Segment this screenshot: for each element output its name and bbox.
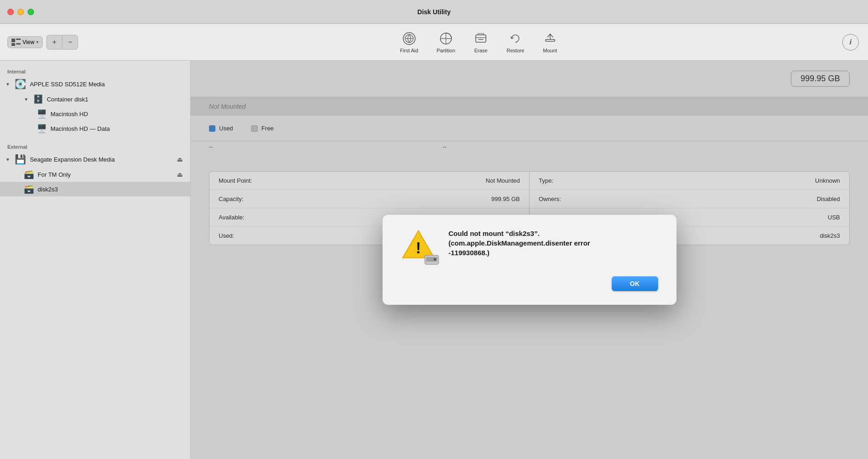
- svg-rect-0: [11, 39, 15, 42]
- restore-button[interactable]: Restore: [497, 28, 534, 56]
- toolbar-left: View ▾ + −: [7, 35, 78, 50]
- first-aid-label: First Aid: [400, 48, 418, 53]
- eject-icon: ⏏: [177, 171, 183, 178]
- erase-button[interactable]: Erase: [464, 28, 497, 56]
- sidebar-item-apple-ssd[interactable]: ▼ 💽 APPLE SSD SD512E Media: [0, 76, 190, 92]
- volume-icon: 🖥️: [37, 123, 47, 134]
- partition-button[interactable]: Partition: [428, 28, 464, 56]
- toolbar: View ▾ + − First Aid: [0, 24, 868, 61]
- erase-label: Erase: [474, 48, 488, 53]
- sidebar-item-for-tm-only[interactable]: 🗃️ For TM Only ⏏: [0, 167, 190, 182]
- drive-icon: 💾: [15, 154, 26, 165]
- sidebar-item-label: APPLE SSD SD512E Media: [30, 81, 105, 88]
- sidebar-item-label: Macintosh HD — Data: [51, 125, 110, 132]
- partition-icon: [439, 31, 453, 46]
- add-volume-button[interactable]: +: [47, 35, 62, 49]
- sidebar-item-label: disk2s3: [38, 186, 58, 193]
- ok-button[interactable]: OK: [612, 276, 658, 291]
- svg-text:!: !: [416, 239, 421, 257]
- remove-volume-button[interactable]: −: [62, 35, 78, 49]
- restore-icon: [508, 31, 523, 46]
- volume-icon: 🖥️: [37, 109, 47, 119]
- view-icon: [11, 39, 21, 46]
- dialog-content: ! Could not mount “disk2s3”. (com.appl: [401, 229, 658, 265]
- sidebar-item-container-disk1[interactable]: ▼ 🗄️ Container disk1: [0, 92, 190, 106]
- disk-small-icon: [424, 252, 440, 267]
- dialog-text: Could not mount “disk2s3”. (com.apple.Di…: [449, 229, 658, 261]
- info-icon: i: [850, 38, 851, 46]
- dialog-footer: OK: [401, 276, 658, 291]
- content-area: 999.95 GB Not Mounted Used Free -- --: [191, 61, 868, 459]
- title-bar: Disk Utility: [0, 0, 868, 24]
- mount-button[interactable]: Mount: [534, 28, 567, 56]
- chevron-icon: ▼: [6, 82, 10, 87]
- sidebar-item-macintosh-hd[interactable]: 🖥️ Macintosh HD: [0, 106, 190, 121]
- eject-icon: ⏏: [177, 156, 183, 163]
- partition-label: Partition: [437, 48, 455, 53]
- mount-label: Mount: [543, 48, 557, 53]
- internal-label: Internal: [0, 66, 190, 76]
- external-label: External: [0, 141, 190, 151]
- volume-controls: + −: [46, 35, 79, 50]
- drive-icon: 💽: [15, 78, 26, 90]
- dialog-overlay: ! Could not mount “disk2s3”. (com.appl: [191, 61, 868, 459]
- restore-label: Restore: [507, 48, 524, 53]
- view-chevron: ▾: [36, 39, 39, 45]
- volume-icon: 🗃️: [24, 169, 34, 179]
- svg-point-18: [434, 259, 435, 260]
- view-label: View: [23, 39, 34, 45]
- minimize-button[interactable]: [17, 9, 24, 15]
- first-aid-button[interactable]: First Aid: [391, 28, 428, 56]
- svg-rect-2: [11, 43, 15, 46]
- sidebar: Internal ▼ 💽 APPLE SSD SD512E Media ▼ 🗄️…: [0, 61, 191, 459]
- chevron-icon: ▼: [24, 97, 28, 102]
- svg-rect-1: [16, 39, 21, 40]
- close-button[interactable]: [7, 9, 14, 15]
- window-title: Disk Utility: [417, 8, 451, 16]
- svg-rect-3: [16, 43, 21, 45]
- dialog-icon-wrap: !: [401, 229, 438, 265]
- sidebar-item-label: For TM Only: [38, 171, 71, 178]
- view-button[interactable]: View ▾: [7, 36, 43, 48]
- info-button[interactable]: i: [842, 34, 859, 50]
- main-area: Internal ▼ 💽 APPLE SSD SD512E Media ▼ 🗄️…: [0, 61, 868, 459]
- svg-rect-9: [476, 35, 486, 42]
- sidebar-item-seagate[interactable]: ▼ 💾 Seagate Expansion Desk Media ⏏: [0, 151, 190, 167]
- error-dialog: ! Could not mount “disk2s3”. (com.appl: [383, 215, 676, 305]
- window-controls: [7, 9, 34, 15]
- sidebar-item-label: Container disk1: [47, 96, 88, 103]
- chevron-icon: ▼: [6, 157, 10, 162]
- sidebar-item-label: Macintosh HD: [51, 111, 88, 118]
- svg-rect-12: [546, 39, 555, 41]
- sidebar-item-label: Seagate Expansion Desk Media: [30, 156, 115, 163]
- erase-icon: [473, 31, 488, 46]
- sidebar-item-macintosh-hd-data[interactable]: 🖥️ Macintosh HD — Data: [0, 121, 190, 136]
- mount-icon: [543, 31, 558, 46]
- sidebar-item-disk2s3[interactable]: 🗃️ disk2s3: [0, 182, 190, 196]
- toolbar-actions: First Aid Partition: [391, 28, 567, 56]
- first-aid-icon: [402, 31, 417, 46]
- volume-icon: 🗃️: [24, 184, 34, 194]
- container-icon: 🗄️: [33, 94, 43, 104]
- maximize-button[interactable]: [28, 9, 34, 15]
- dialog-title: Could not mount “disk2s3”. (com.apple.Di…: [449, 229, 658, 257]
